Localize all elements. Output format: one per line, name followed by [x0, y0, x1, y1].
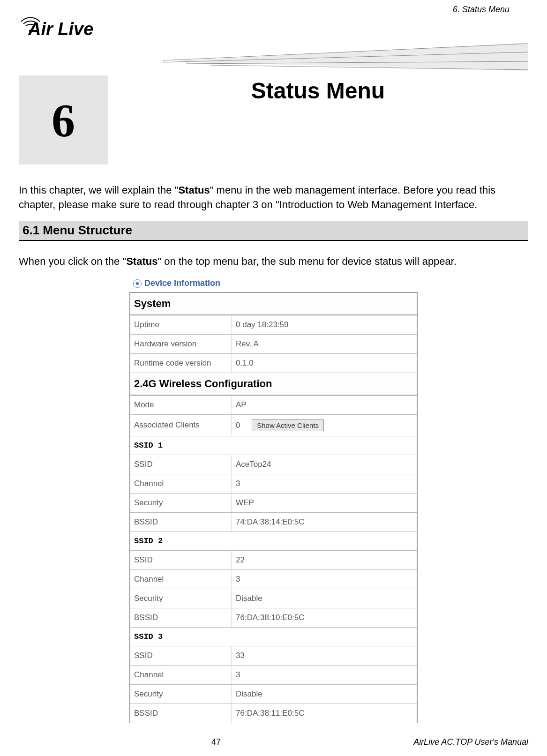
system-header: System: [130, 292, 417, 315]
assoc-label: Associated Clients: [130, 414, 232, 436]
table-row: Runtime code version 0.1.0: [130, 353, 417, 373]
mode-value: AP: [232, 395, 418, 415]
sec-text-bold: Status: [126, 255, 157, 267]
page-number: 47: [211, 737, 221, 747]
ssid1-bssid-value: 74:DA:38:14:E0:5C: [232, 512, 418, 531]
assoc-value-cell: 0 Show Active Clients: [232, 414, 418, 436]
rt-value: 0.1.0: [232, 353, 418, 373]
intro-pre: In this chapter, we will explain the ": [19, 184, 178, 196]
decorative-line: [163, 38, 528, 85]
ssid3-bssid-value: 76:DA:38:11:E0:5C: [232, 704, 418, 723]
mode-label: Mode: [130, 395, 232, 415]
ssid3-ssid-label: SSID: [130, 646, 232, 665]
intro-bold: Status: [178, 184, 210, 196]
ssid2-ssid-label: SSID: [130, 550, 232, 569]
logo-text: Air Live: [28, 19, 528, 39]
sec-text-pre: When you click on the ": [19, 255, 126, 267]
table-row: SSID 22: [130, 550, 417, 569]
table-row: Security WEP: [130, 493, 417, 512]
sec-text-post: " on the top menu bar, the sub menu for …: [157, 255, 457, 267]
ssid2-ssid-value: 22: [232, 550, 418, 569]
section-6-1-text: When you click on the "Status" on the to…: [19, 253, 528, 270]
assoc-value: 0: [236, 421, 240, 430]
show-active-clients-button[interactable]: Show Active Clients: [252, 419, 324, 431]
device-info-header: Device Information: [129, 275, 418, 292]
device-info-screenshot: Device Information System Uptime 0 day 1…: [129, 275, 418, 723]
table-row: Associated Clients 0 Show Active Clients: [130, 414, 417, 436]
device-info-table: System Uptime 0 day 18:23:59 Hardware ve…: [129, 292, 418, 723]
ssid3-security-value: Disable: [232, 684, 418, 704]
ssid3-header: SSID 3: [130, 627, 417, 646]
ssid3-ssid-value: 33: [232, 646, 418, 665]
running-header: 6. Status Menu: [19, 5, 528, 15]
rt-label: Runtime code version: [130, 353, 232, 373]
ssid1-bssid-label: BSSID: [130, 512, 232, 531]
ssid1-ssid-label: SSID: [130, 455, 232, 474]
table-row: Uptime 0 day 18:23:59: [130, 315, 417, 335]
ssid1-channel-value: 3: [232, 474, 418, 493]
ssid3-bssid-label: BSSID: [130, 704, 232, 723]
svg-marker-1: [163, 43, 528, 71]
hw-value: Rev. A: [232, 334, 418, 353]
info-icon: [133, 279, 142, 288]
uptime-label: Uptime: [130, 315, 232, 335]
chapter-number-box: 6: [19, 75, 108, 165]
section-6-1-heading: 6.1 Menu Structure: [19, 221, 528, 241]
ssid3-channel-label: Channel: [130, 665, 232, 684]
table-row: Channel 3: [130, 474, 417, 493]
manual-title: AirLive AC.TOP User's Manual: [413, 737, 528, 747]
ssid1-header: SSID 1: [130, 436, 417, 455]
logo-area: Air Live: [19, 19, 528, 61]
ssid3-channel-value: 3: [232, 665, 418, 684]
ssid1-ssid-value: AceTop24: [232, 455, 418, 474]
table-row: Hardware version Rev. A: [130, 334, 417, 353]
ssid2-header: SSID 2: [130, 531, 417, 550]
ssid2-security-label: Security: [130, 589, 232, 608]
ssid1-channel-label: Channel: [130, 474, 232, 493]
page-footer: 47 AirLive AC.TOP User's Manual: [19, 737, 528, 747]
table-row: Channel 3: [130, 569, 417, 589]
table-row: Security Disable: [130, 684, 417, 704]
ssid2-channel-value: 3: [232, 569, 418, 589]
wireless-header: 2.4G Wireless Configuration: [130, 373, 417, 395]
table-row: Mode AP: [130, 395, 417, 415]
ssid2-security-value: Disable: [232, 589, 418, 608]
ssid2-channel-label: Channel: [130, 569, 232, 589]
table-row: SSID AceTop24: [130, 455, 417, 474]
device-info-label-text: Device Information: [144, 278, 220, 288]
uptime-value: 0 day 18:23:59: [232, 315, 418, 335]
table-row: SSID 33: [130, 646, 417, 665]
table-row: BSSID 76:DA:38:10:E0:5C: [130, 608, 417, 627]
ssid1-security-value: WEP: [232, 493, 418, 512]
ssid1-security-label: Security: [130, 493, 232, 512]
hw-label: Hardware version: [130, 334, 232, 353]
intro-paragraph: In this chapter, we will explain the "St…: [19, 183, 528, 212]
ssid2-bssid-value: 76:DA:38:10:E0:5C: [232, 608, 418, 627]
ssid3-security-label: Security: [130, 684, 232, 704]
table-row: BSSID 74:DA:38:14:E0:5C: [130, 512, 417, 531]
table-row: BSSID 76:DA:38:11:E0:5C: [130, 704, 417, 723]
table-row: Security Disable: [130, 589, 417, 608]
table-row: Channel 3: [130, 665, 417, 684]
ssid2-bssid-label: BSSID: [130, 608, 232, 627]
